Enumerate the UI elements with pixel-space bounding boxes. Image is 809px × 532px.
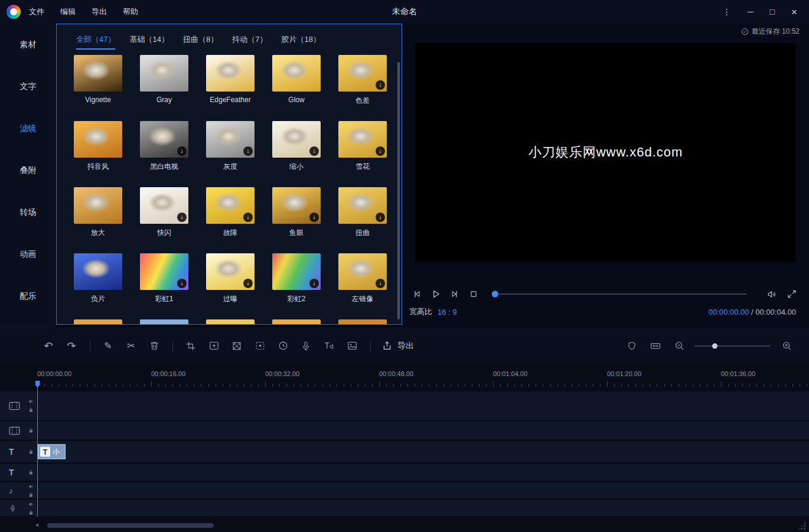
voice-track[interactable] <box>0 500 809 516</box>
scroll-left-arrow-icon[interactable]: ◄ <box>34 523 40 528</box>
filter-thumbnail[interactable]: ↓ <box>206 121 255 158</box>
filters-scrollbar-thumb[interactable] <box>397 62 400 319</box>
filter-thumbnail[interactable] <box>272 55 321 92</box>
filter-thumbnail[interactable] <box>74 187 122 224</box>
edit-button[interactable]: ✎ <box>101 339 115 353</box>
filter-card[interactable]: ↓扭曲 <box>330 187 394 253</box>
filter-thumbnail[interactable]: ↓ <box>338 253 387 290</box>
fit-timeline-button[interactable] <box>648 339 663 353</box>
export-button[interactable]: 导出 <box>381 340 414 351</box>
menubar-item[interactable]: 编辑 <box>60 6 76 17</box>
filter-card[interactable] <box>330 319 394 324</box>
menubar-item[interactable]: 文件 <box>29 6 44 17</box>
filter-thumbnail[interactable] <box>74 253 122 290</box>
sidebar-item-动画[interactable]: 动画 <box>0 233 56 275</box>
filter-card[interactable]: EdgeFeather <box>197 55 263 121</box>
menubar-item[interactable]: 帮助 <box>123 6 138 17</box>
download-icon[interactable]: ↓ <box>177 279 187 288</box>
timeline-hscrollbar[interactable]: ◄ <box>34 523 794 528</box>
timeline-ruler[interactable]: 00:00:00.0000:00:16.0000:00:32.0000:00:4… <box>0 368 809 387</box>
text-to-speech-button[interactable] <box>322 339 336 353</box>
filter-thumbnail[interactable] <box>272 319 321 324</box>
play-button[interactable] <box>428 286 443 302</box>
voice-track-content[interactable] <box>37 500 809 516</box>
filter-thumbnail[interactable]: ↓ <box>206 187 255 224</box>
volume-icon[interactable] <box>764 286 779 302</box>
filter-thumbnail[interactable] <box>140 55 188 92</box>
text-clip[interactable]: T小 <box>38 445 66 459</box>
download-icon[interactable]: ↓ <box>177 213 187 222</box>
timeline-zoom-knob[interactable] <box>712 343 717 348</box>
filter-thumbnail[interactable]: ↓ <box>140 121 188 158</box>
filter-thumbnail[interactable] <box>338 319 387 324</box>
download-icon[interactable]: ↓ <box>309 146 319 156</box>
track-lock-icon[interactable] <box>28 510 34 515</box>
sidebar-item-素材[interactable]: 素材 <box>0 24 56 66</box>
filter-thumbnail[interactable]: ↓ <box>140 187 188 224</box>
filter-thumbnail[interactable]: ↓ <box>206 253 255 290</box>
next-frame-button[interactable] <box>447 286 462 302</box>
zoom-in-button[interactable] <box>779 339 794 353</box>
track-lock-icon[interactable] <box>28 449 34 455</box>
sidebar-item-滤镜[interactable]: 滤镜 <box>0 107 56 149</box>
filter-thumbnail[interactable] <box>206 319 255 324</box>
playback-progress-slider[interactable] <box>493 293 746 295</box>
filter-thumbnail[interactable]: ↓ <box>338 187 387 224</box>
close-button[interactable]: × <box>791 7 797 17</box>
filter-thumbnail[interactable] <box>74 121 122 158</box>
minimize-button[interactable]: ─ <box>748 8 753 16</box>
music-track-content[interactable] <box>37 482 809 498</box>
video-track[interactable] <box>0 391 809 420</box>
filter-card[interactable]: ↓彩虹2 <box>263 253 330 319</box>
filter-card[interactable] <box>131 319 197 324</box>
filter-card[interactable]: ↓左镜像 <box>330 253 394 319</box>
track-mute-icon[interactable] <box>28 399 34 404</box>
menubar-item[interactable]: 导出 <box>92 6 107 17</box>
filter-tab[interactable]: 抖动（7） <box>232 34 267 50</box>
filter-card[interactable] <box>65 319 131 324</box>
filter-thumbnail[interactable]: ↓ <box>140 253 188 290</box>
more-menu-icon[interactable]: ⋮ <box>723 8 731 16</box>
download-icon[interactable]: ↓ <box>376 279 385 288</box>
download-icon[interactable]: ↓ <box>243 279 253 288</box>
playback-progress-knob[interactable] <box>492 291 498 298</box>
resize-grip-icon[interactable] <box>797 521 806 530</box>
track-mute-icon[interactable] <box>28 484 34 489</box>
filter-thumbnail[interactable]: ↓ <box>338 55 387 92</box>
text-track-1-content[interactable]: T小 <box>37 441 809 462</box>
filter-tab[interactable]: 扭曲（8） <box>183 34 218 50</box>
filter-card[interactable]: 抖音风 <box>65 121 131 187</box>
filter-card[interactable]: ↓彩虹1 <box>131 253 197 319</box>
timeline-hscrollbar-track[interactable] <box>43 523 794 528</box>
filter-card[interactable]: 负片 <box>65 253 131 319</box>
undo-button[interactable]: ↶ <box>41 339 56 353</box>
playhead[interactable] <box>37 381 38 517</box>
download-icon[interactable]: ↓ <box>243 146 253 156</box>
filter-thumbnail[interactable] <box>74 319 122 324</box>
track-mute-icon[interactable] <box>28 501 34 507</box>
filter-card[interactable] <box>263 319 330 324</box>
timeline-zoom-slider[interactable] <box>694 345 770 347</box>
pip-track[interactable] <box>0 422 809 439</box>
frame-button[interactable] <box>207 339 221 353</box>
filter-thumbnail[interactable] <box>140 319 188 324</box>
filter-card[interactable]: ↓鱼眼 <box>263 187 330 253</box>
text-track-2-content[interactable] <box>37 464 809 481</box>
duration-button[interactable] <box>276 339 290 353</box>
marker-button[interactable] <box>625 339 639 353</box>
redo-button[interactable]: ↷ <box>64 339 79 353</box>
filter-card[interactable]: ↓缩小 <box>263 121 330 187</box>
track-lock-icon[interactable] <box>28 492 34 498</box>
filter-card[interactable]: ↓灰度 <box>197 121 263 187</box>
music-track[interactable]: ♪ <box>0 482 809 498</box>
filter-card[interactable]: ↓雪花 <box>330 121 394 187</box>
filter-tab[interactable]: 全部（47） <box>76 34 115 50</box>
aspect-ratio-value[interactable]: 16 : 9 <box>438 308 457 316</box>
zoom-out-button[interactable] <box>672 339 686 353</box>
filters-scrollbar[interactable] <box>397 61 400 321</box>
sidebar-item-转场[interactable]: 转场 <box>0 191 56 233</box>
download-icon[interactable]: ↓ <box>376 146 385 156</box>
previous-frame-button[interactable] <box>409 286 425 302</box>
fullscreen-icon[interactable] <box>784 286 800 302</box>
image-enhance-button[interactable] <box>345 339 359 353</box>
